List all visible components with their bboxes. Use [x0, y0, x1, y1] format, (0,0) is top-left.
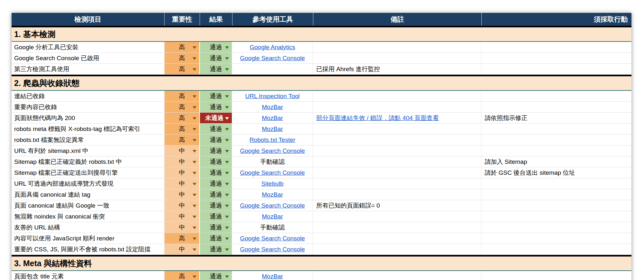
result-dropdown[interactable]: 通過	[200, 211, 232, 222]
importance-dropdown[interactable]: 中	[164, 211, 200, 222]
action-cell	[481, 222, 631, 233]
importance-dropdown[interactable]: 中	[164, 156, 200, 167]
importance-dropdown[interactable]: 高	[164, 271, 200, 280]
tool-link[interactable]: Google Analytics	[250, 44, 295, 51]
tool-link[interactable]: Google Search Console	[240, 246, 305, 253]
result-dropdown[interactable]: 通過	[200, 244, 232, 255]
table-row: 第三方檢測工具使用高通過已採用 Ahrefs 進行監控	[12, 64, 631, 75]
section-header: 1. 基本檢測	[12, 27, 631, 42]
tool-link[interactable]: MozBar	[262, 115, 283, 122]
section-header: 2. 爬蟲與收錄狀態	[12, 76, 631, 91]
table-row: 頁面具備 canonical 連結 tag中通過MozBar	[12, 189, 631, 200]
result-dropdown[interactable]: 通過	[200, 222, 232, 233]
importance-dropdown[interactable]: 高	[164, 64, 200, 74]
tool-cell: MozBar	[232, 271, 313, 280]
result-dropdown[interactable]: 通過	[200, 145, 232, 156]
result-dropdown[interactable]: 通過	[200, 124, 232, 134]
importance-dropdown[interactable]: 高	[164, 42, 200, 52]
dropdown-arrow-icon	[193, 161, 196, 163]
importance-dropdown[interactable]: 中	[164, 145, 200, 156]
note-cell	[313, 53, 481, 63]
action-cell: 請加入 Sitemap	[481, 156, 631, 167]
action-cell	[481, 271, 631, 280]
note-cell	[313, 189, 481, 200]
tool-link[interactable]: MozBar	[262, 104, 283, 111]
tool-link[interactable]: URL Inspection Tool	[245, 93, 300, 100]
dropdown-arrow-icon	[225, 68, 229, 71]
tool-link[interactable]: Google Search Console	[240, 169, 305, 176]
item-cell: 頁面 canonical 連結與 Google 一致	[12, 200, 164, 211]
table-row: 頁面包含 title 元素高通過MozBar	[12, 271, 631, 280]
note-cell	[313, 167, 481, 178]
table-row: 內容可以使用 JavaScript 順利 render高通過Google Sea…	[12, 233, 631, 244]
result-dropdown[interactable]: 通過	[200, 42, 232, 52]
result-dropdown[interactable]: 通過	[200, 200, 232, 211]
tool-link[interactable]: Sitebulb	[261, 180, 284, 187]
importance-dropdown[interactable]: 中	[164, 189, 200, 200]
importance-dropdown[interactable]: 高	[164, 102, 200, 112]
importance-dropdown[interactable]: 高	[164, 91, 200, 101]
action-cell	[481, 53, 631, 63]
tool-link[interactable]: Google Search Console	[240, 202, 305, 209]
tool-cell: Google Search Console	[232, 53, 313, 63]
importance-value: 中	[179, 147, 185, 155]
importance-dropdown[interactable]: 中	[164, 200, 200, 211]
tool-link[interactable]: Google Search Console	[240, 235, 305, 242]
result-dropdown[interactable]: 通過	[200, 167, 232, 178]
result-dropdown[interactable]: 通過	[200, 135, 232, 145]
result-dropdown[interactable]: 通過	[200, 156, 232, 167]
result-value: 通過	[210, 136, 222, 144]
col-header-item: 檢測項目	[12, 13, 164, 26]
action-cell	[481, 211, 631, 222]
result-dropdown[interactable]: 通過	[200, 189, 232, 200]
result-value: 通過	[210, 223, 222, 232]
importance-value: 中	[179, 180, 185, 188]
tool-cell: MozBar	[232, 189, 313, 200]
importance-dropdown[interactable]: 高	[164, 233, 200, 244]
note-cell	[313, 124, 481, 134]
importance-dropdown[interactable]: 高	[164, 124, 200, 134]
item-cell: Google 分析工具已安裝	[12, 42, 164, 52]
table-row: 重要內容已收錄高通過MozBar	[12, 102, 631, 113]
result-dropdown[interactable]: 通過	[200, 271, 232, 280]
tool-link[interactable]: Google Search Console	[240, 55, 305, 62]
tool-link[interactable]: MozBar	[262, 126, 283, 133]
importance-dropdown[interactable]: 高	[164, 113, 200, 123]
importance-value: 中	[179, 212, 185, 221]
importance-dropdown[interactable]: 高	[164, 135, 200, 145]
item-cell: 友善的 URL 結構	[12, 222, 164, 233]
result-dropdown[interactable]: 通過	[200, 53, 232, 63]
tool-link[interactable]: Google Search Console	[240, 147, 305, 154]
importance-dropdown[interactable]: 中	[164, 178, 200, 189]
importance-dropdown[interactable]: 高	[164, 53, 200, 63]
tool-link[interactable]: Robots.txt Tester	[250, 136, 295, 144]
importance-value: 高	[179, 272, 185, 280]
importance-value: 中	[179, 245, 185, 254]
tool-link[interactable]: MozBar	[262, 273, 283, 280]
result-dropdown[interactable]: 通過	[200, 233, 232, 244]
dropdown-arrow-icon	[225, 95, 229, 98]
tool-cell: Google Search Console	[232, 244, 313, 255]
result-dropdown[interactable]: 通過	[200, 64, 232, 74]
result-dropdown[interactable]: 通過	[200, 102, 232, 112]
importance-value: 中	[179, 201, 185, 210]
note-link[interactable]: 部分頁面連結失效 / 錯誤，請點 404 頁面查看	[316, 114, 439, 122]
action-cell	[481, 189, 631, 200]
result-dropdown[interactable]: 通過	[200, 91, 232, 101]
dropdown-arrow-icon	[225, 183, 229, 185]
note-cell	[313, 211, 481, 222]
importance-dropdown[interactable]: 中	[164, 244, 200, 255]
note-text: 所有已知的頁面錯誤= 0	[316, 201, 380, 210]
result-dropdown[interactable]: 通過	[200, 178, 232, 189]
tool-link[interactable]: MozBar	[262, 191, 283, 198]
tool-cell: MozBar	[232, 124, 313, 134]
importance-dropdown[interactable]: 中	[164, 167, 200, 178]
item-cell: Google Search Console 已啟用	[12, 53, 164, 63]
item-cell: URL 可透過內部連結或導覽方式發現	[12, 178, 164, 189]
result-dropdown[interactable]: 未通過	[200, 113, 232, 123]
importance-value: 高	[179, 125, 185, 133]
result-value: 通過	[210, 158, 222, 166]
tool-link[interactable]: MozBar	[262, 213, 283, 220]
importance-dropdown[interactable]: 中	[164, 222, 200, 233]
dropdown-arrow-icon	[193, 216, 196, 218]
